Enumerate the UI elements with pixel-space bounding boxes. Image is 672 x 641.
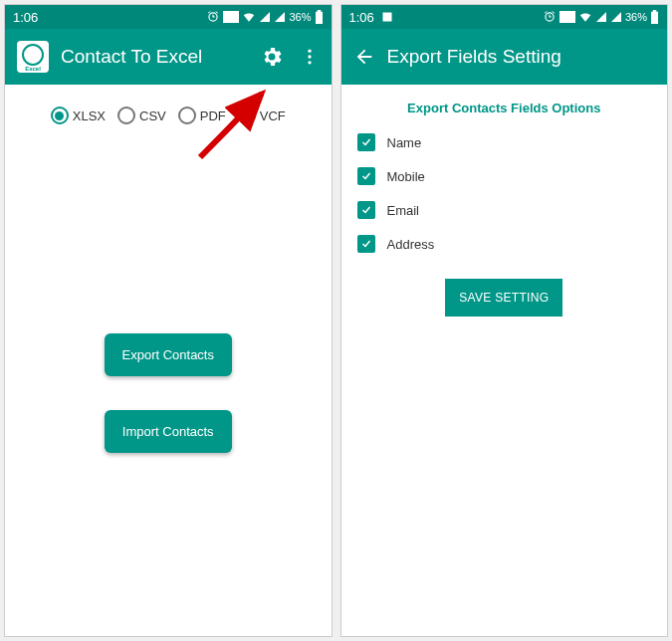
wifi-icon <box>242 10 256 24</box>
volte-icon <box>223 11 239 23</box>
signal-icon <box>595 11 607 23</box>
app-title: Contact To Excel <box>61 46 248 68</box>
section-title: Export Contacts Fields Options <box>341 101 668 125</box>
settings-icon[interactable] <box>260 45 284 69</box>
app-title: Export Fields Setting <box>387 46 656 68</box>
svg-rect-0 <box>223 11 239 23</box>
alarm-icon <box>543 10 557 24</box>
image-icon <box>381 11 393 23</box>
radio-label: XLSX <box>73 108 106 123</box>
check-mobile[interactable]: Mobile <box>357 159 652 193</box>
check-name[interactable]: Name <box>357 125 652 159</box>
app-bar: Export Fields Setting <box>341 29 668 85</box>
radio-label: CSV <box>139 108 166 123</box>
radio-label: PDF <box>200 108 226 123</box>
status-time: 1:06 <box>349 10 394 25</box>
left-screen: 1:06 36% Excel Contact To Excel XLSX CSV… <box>4 4 333 637</box>
format-radio-group: XLSX CSV PDF VCF <box>5 101 332 130</box>
save-setting-button[interactable]: SAVE SETTING <box>445 279 562 317</box>
radio-label: VCF <box>260 108 286 123</box>
battery-percent: 36% <box>625 11 647 23</box>
volte-icon <box>560 11 575 23</box>
back-icon[interactable] <box>353 46 375 68</box>
radio-xlsx[interactable]: XLSX <box>51 107 106 124</box>
field-checklist: Name Mobile Email Address <box>341 125 668 261</box>
main-content: XLSX CSV PDF VCF Export Contacts Import … <box>5 85 332 636</box>
check-email[interactable]: Email <box>357 193 652 227</box>
status-bar: 1:06 36% <box>341 5 668 29</box>
main-content: Export Contacts Fields Options Name Mobi… <box>341 85 668 636</box>
signal-icon-2 <box>610 11 622 23</box>
battery-percent: 36% <box>289 11 311 23</box>
check-address[interactable]: Address <box>357 227 652 261</box>
svg-point-3 <box>308 61 311 64</box>
status-icons: 36% <box>206 10 323 24</box>
status-bar: 1:06 36% <box>5 5 332 29</box>
checkbox-icon <box>357 133 375 151</box>
svg-rect-4 <box>560 11 575 23</box>
check-label: Mobile <box>387 169 425 184</box>
svg-point-1 <box>308 50 311 53</box>
alarm-icon <box>206 10 220 24</box>
battery-icon <box>315 10 324 24</box>
wifi-icon <box>578 10 592 24</box>
status-icons: 36% <box>543 10 659 24</box>
app-bar: Excel Contact To Excel <box>5 29 332 85</box>
radio-pdf[interactable]: PDF <box>178 107 226 124</box>
svg-point-2 <box>308 55 311 58</box>
status-time: 1:06 <box>13 10 38 25</box>
checkbox-icon <box>357 201 375 219</box>
check-label: Email <box>387 203 420 218</box>
check-label: Name <box>387 135 422 150</box>
radio-vcf[interactable]: VCF <box>238 107 286 124</box>
checkbox-icon <box>357 235 375 253</box>
radio-csv[interactable]: CSV <box>117 107 166 124</box>
import-contacts-button[interactable]: Import Contacts <box>105 410 232 453</box>
right-screen: 1:06 36% Export Fields Setting Export Co… <box>340 4 669 637</box>
app-logo-icon: Excel <box>17 41 49 73</box>
more-icon[interactable] <box>300 47 320 67</box>
signal-icon <box>259 11 271 23</box>
checkbox-icon <box>357 167 375 185</box>
export-contacts-button[interactable]: Export Contacts <box>105 333 233 376</box>
check-label: Address <box>387 237 435 252</box>
battery-icon <box>650 10 659 24</box>
signal-icon-2 <box>274 11 286 23</box>
